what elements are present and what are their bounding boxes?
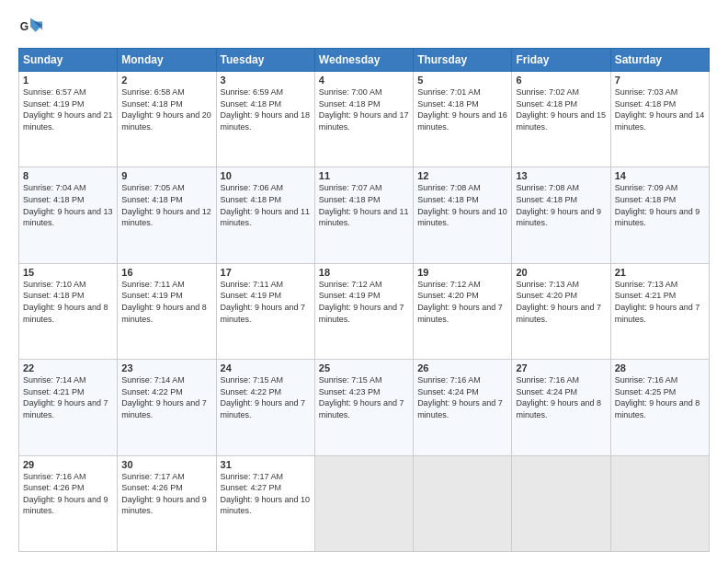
day-cell: 7 Sunrise: 7:03 AMSunset: 4:18 PMDayligh… <box>610 72 709 167</box>
day-cell: 22 Sunrise: 7:14 AMSunset: 4:21 PMDaylig… <box>19 360 118 455</box>
header: G <box>18 15 710 40</box>
day-cell: 5 Sunrise: 7:01 AMSunset: 4:18 PMDayligh… <box>414 72 512 167</box>
day-detail: Sunrise: 6:57 AMSunset: 4:19 PMDaylight:… <box>23 86 113 132</box>
day-cell: 17 Sunrise: 7:11 AMSunset: 4:19 PMDaylig… <box>216 263 314 359</box>
day-cell: 19 Sunrise: 7:12 AMSunset: 4:20 PMDaylig… <box>414 263 512 359</box>
day-number: 10 <box>221 170 311 181</box>
day-number: 18 <box>319 267 409 278</box>
day-cell <box>314 455 413 551</box>
day-detail: Sunrise: 6:58 AMSunset: 4:18 PMDaylight:… <box>121 86 211 132</box>
day-detail: Sunrise: 7:03 AMSunset: 4:18 PMDaylight:… <box>615 86 705 132</box>
day-cell: 20 Sunrise: 7:13 AMSunset: 4:20 PMDaylig… <box>512 263 610 359</box>
day-cell: 28 Sunrise: 7:16 AMSunset: 4:25 PMDaylig… <box>610 360 709 455</box>
day-number: 3 <box>221 75 311 86</box>
weekday-header-wednesday: Wednesday <box>314 49 413 72</box>
day-cell: 13 Sunrise: 7:08 AMSunset: 4:18 PMDaylig… <box>512 167 610 263</box>
day-detail: Sunrise: 7:11 AMSunset: 4:19 PMDaylight:… <box>121 279 211 325</box>
day-cell <box>414 455 512 551</box>
weekday-header-saturday: Saturday <box>610 49 709 72</box>
week-row-3: 15 Sunrise: 7:10 AMSunset: 4:18 PMDaylig… <box>19 263 710 359</box>
day-number: 20 <box>516 267 606 278</box>
day-detail: Sunrise: 7:17 AMSunset: 4:27 PMDaylight:… <box>221 471 311 517</box>
day-number: 13 <box>516 170 606 181</box>
week-row-1: 1 Sunrise: 6:57 AMSunset: 4:19 PMDayligh… <box>19 72 710 167</box>
day-number: 1 <box>23 75 113 86</box>
day-number: 14 <box>615 170 705 181</box>
day-cell <box>610 455 709 551</box>
day-number: 8 <box>23 170 113 181</box>
day-detail: Sunrise: 7:08 AMSunset: 4:18 PMDaylight:… <box>417 182 507 228</box>
day-number: 4 <box>319 75 409 86</box>
svg-text:G: G <box>20 20 28 33</box>
day-cell: 15 Sunrise: 7:10 AMSunset: 4:18 PMDaylig… <box>19 263 118 359</box>
day-number: 23 <box>121 362 211 373</box>
day-cell: 25 Sunrise: 7:15 AMSunset: 4:23 PMDaylig… <box>314 360 413 455</box>
day-detail: Sunrise: 7:16 AMSunset: 4:25 PMDaylight:… <box>615 374 705 420</box>
weekday-header-friday: Friday <box>512 49 610 72</box>
day-number: 31 <box>221 459 311 470</box>
day-detail: Sunrise: 7:15 AMSunset: 4:22 PMDaylight:… <box>221 374 311 420</box>
week-row-2: 8 Sunrise: 7:04 AMSunset: 4:18 PMDayligh… <box>19 167 710 263</box>
day-number: 9 <box>121 170 211 181</box>
day-number: 22 <box>23 362 113 373</box>
day-number: 21 <box>615 267 705 278</box>
day-number: 26 <box>417 362 507 373</box>
weekday-header-tuesday: Tuesday <box>216 49 314 72</box>
day-detail: Sunrise: 6:59 AMSunset: 4:18 PMDaylight:… <box>221 86 311 132</box>
day-cell <box>512 455 610 551</box>
weekday-header-sunday: Sunday <box>19 49 118 72</box>
week-row-5: 29 Sunrise: 7:16 AMSunset: 4:26 PMDaylig… <box>19 455 710 551</box>
day-number: 28 <box>615 362 705 373</box>
day-number: 19 <box>417 267 507 278</box>
day-number: 12 <box>417 170 507 181</box>
day-cell: 31 Sunrise: 7:17 AMSunset: 4:27 PMDaylig… <box>216 455 314 551</box>
day-cell: 29 Sunrise: 7:16 AMSunset: 4:26 PMDaylig… <box>19 455 118 551</box>
day-detail: Sunrise: 7:10 AMSunset: 4:18 PMDaylight:… <box>23 279 113 325</box>
day-cell: 6 Sunrise: 7:02 AMSunset: 4:18 PMDayligh… <box>512 72 610 167</box>
day-number: 11 <box>319 170 409 181</box>
day-cell: 1 Sunrise: 6:57 AMSunset: 4:19 PMDayligh… <box>19 72 118 167</box>
day-cell: 14 Sunrise: 7:09 AMSunset: 4:18 PMDaylig… <box>610 167 709 263</box>
day-cell: 21 Sunrise: 7:13 AMSunset: 4:21 PMDaylig… <box>610 263 709 359</box>
day-detail: Sunrise: 7:14 AMSunset: 4:22 PMDaylight:… <box>121 374 211 420</box>
day-number: 6 <box>516 75 606 86</box>
day-detail: Sunrise: 7:13 AMSunset: 4:21 PMDaylight:… <box>615 279 705 325</box>
day-cell: 27 Sunrise: 7:16 AMSunset: 4:24 PMDaylig… <box>512 360 610 455</box>
day-number: 2 <box>121 75 211 86</box>
weekday-header-thursday: Thursday <box>414 49 512 72</box>
day-detail: Sunrise: 7:15 AMSunset: 4:23 PMDaylight:… <box>319 374 409 420</box>
day-cell: 8 Sunrise: 7:04 AMSunset: 4:18 PMDayligh… <box>19 167 118 263</box>
day-detail: Sunrise: 7:16 AMSunset: 4:24 PMDaylight:… <box>417 374 507 420</box>
day-detail: Sunrise: 7:12 AMSunset: 4:19 PMDaylight:… <box>319 279 409 325</box>
day-detail: Sunrise: 7:17 AMSunset: 4:26 PMDaylight:… <box>121 471 211 517</box>
day-detail: Sunrise: 7:14 AMSunset: 4:21 PMDaylight:… <box>23 374 113 420</box>
week-row-4: 22 Sunrise: 7:14 AMSunset: 4:21 PMDaylig… <box>19 360 710 455</box>
day-number: 15 <box>23 267 113 278</box>
weekday-header-monday: Monday <box>118 49 216 72</box>
day-cell: 12 Sunrise: 7:08 AMSunset: 4:18 PMDaylig… <box>414 167 512 263</box>
logo: G <box>18 15 48 40</box>
day-number: 27 <box>516 362 606 373</box>
day-detail: Sunrise: 7:12 AMSunset: 4:20 PMDaylight:… <box>417 279 507 325</box>
day-cell: 11 Sunrise: 7:07 AMSunset: 4:18 PMDaylig… <box>314 167 413 263</box>
day-detail: Sunrise: 7:08 AMSunset: 4:18 PMDaylight:… <box>516 182 606 228</box>
day-cell: 30 Sunrise: 7:17 AMSunset: 4:26 PMDaylig… <box>118 455 216 551</box>
day-detail: Sunrise: 7:05 AMSunset: 4:18 PMDaylight:… <box>121 182 211 228</box>
day-cell: 23 Sunrise: 7:14 AMSunset: 4:22 PMDaylig… <box>118 360 216 455</box>
day-detail: Sunrise: 7:16 AMSunset: 4:26 PMDaylight:… <box>23 471 113 517</box>
logo-icon: G <box>18 15 44 40</box>
day-detail: Sunrise: 7:04 AMSunset: 4:18 PMDaylight:… <box>23 182 113 228</box>
day-detail: Sunrise: 7:09 AMSunset: 4:18 PMDaylight:… <box>615 182 705 228</box>
day-number: 5 <box>417 75 507 86</box>
day-detail: Sunrise: 7:16 AMSunset: 4:24 PMDaylight:… <box>516 374 606 420</box>
day-cell: 9 Sunrise: 7:05 AMSunset: 4:18 PMDayligh… <box>118 167 216 263</box>
day-number: 24 <box>221 362 311 373</box>
day-detail: Sunrise: 7:01 AMSunset: 4:18 PMDaylight:… <box>417 86 507 132</box>
day-number: 17 <box>221 267 311 278</box>
weekday-header-row: SundayMondayTuesdayWednesdayThursdayFrid… <box>19 49 710 72</box>
day-detail: Sunrise: 7:07 AMSunset: 4:18 PMDaylight:… <box>319 182 409 228</box>
day-cell: 2 Sunrise: 6:58 AMSunset: 4:18 PMDayligh… <box>118 72 216 167</box>
day-cell: 24 Sunrise: 7:15 AMSunset: 4:22 PMDaylig… <box>216 360 314 455</box>
calendar: SundayMondayTuesdayWednesdayThursdayFrid… <box>18 48 710 552</box>
day-cell: 16 Sunrise: 7:11 AMSunset: 4:19 PMDaylig… <box>118 263 216 359</box>
